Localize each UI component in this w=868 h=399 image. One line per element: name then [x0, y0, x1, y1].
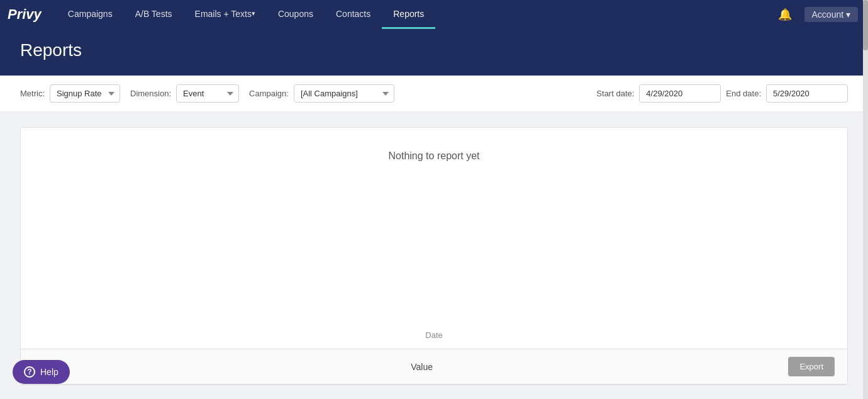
logo-text: Privy — [8, 6, 42, 23]
main-content: Nothing to report yet Date Event Value E… — [0, 112, 868, 399]
report-table: Event Value Export — [21, 349, 847, 385]
nav-item-campaigns[interactable]: Campaigns — [57, 0, 124, 29]
chart-placeholder — [33, 162, 835, 325]
metric-select[interactable]: Signup Rate — [50, 84, 120, 103]
end-date-input[interactable] — [766, 84, 848, 103]
nav-item-contacts[interactable]: Contacts — [325, 0, 382, 29]
campaign-select[interactable]: [All Campaigns] — [294, 84, 394, 103]
nav-item-reports[interactable]: Reports — [382, 0, 435, 29]
chart-x-axis-label: Date — [33, 325, 835, 349]
help-icon: ? — [24, 366, 35, 378]
date-filter-group: Start date: End date: — [596, 84, 848, 103]
page-header: Reports — [0, 29, 868, 76]
table-col-event-header: Event — [33, 362, 411, 372]
nav-item-ab-tests[interactable]: A/B Tests — [124, 0, 184, 29]
dimension-filter-group: Dimension: Event — [130, 84, 239, 103]
nav-right: 🔔 Account ▾ — [773, 0, 868, 29]
dimension-select[interactable]: Event — [176, 84, 239, 103]
table-col-value-header: Value — [411, 362, 788, 372]
nav-item-emails-texts[interactable]: Emails + Texts — [184, 0, 267, 29]
chart-area: Nothing to report yet Date — [21, 128, 847, 349]
nav-item-coupons[interactable]: Coupons — [267, 0, 325, 29]
report-card: Nothing to report yet Date Event Value E… — [20, 127, 848, 385]
start-date-label: Start date: — [596, 89, 634, 98]
top-navigation: Privy Campaigns A/B Tests Emails + Texts… — [0, 0, 868, 29]
notification-bell-icon[interactable]: 🔔 — [773, 8, 797, 21]
help-button[interactable]: ? Help — [13, 360, 70, 384]
metric-label: Metric: — [20, 89, 45, 98]
empty-chart-message: Nothing to report yet — [389, 150, 480, 162]
export-button[interactable]: Export — [788, 357, 835, 376]
help-label: Help — [40, 367, 58, 377]
dimension-label: Dimension: — [130, 89, 171, 98]
page-title: Reports — [20, 40, 848, 60]
metric-filter-group: Metric: Signup Rate — [20, 84, 120, 103]
user-account-menu[interactable]: Account ▾ — [804, 7, 858, 22]
campaign-label: Campaign: — [249, 89, 289, 98]
table-header: Event Value Export — [21, 349, 847, 385]
filter-bar: Metric: Signup Rate Dimension: Event Cam… — [0, 76, 868, 112]
start-date-input[interactable] — [639, 84, 721, 103]
nav-items: Campaigns A/B Tests Emails + Texts Coupo… — [57, 0, 773, 29]
logo[interactable]: Privy — [8, 0, 52, 29]
campaign-filter-group: Campaign: [All Campaigns] — [249, 84, 394, 103]
end-date-label: End date: — [726, 89, 761, 98]
scrollbar-thumb[interactable] — [863, 0, 868, 50]
scrollbar[interactable] — [863, 0, 868, 399]
